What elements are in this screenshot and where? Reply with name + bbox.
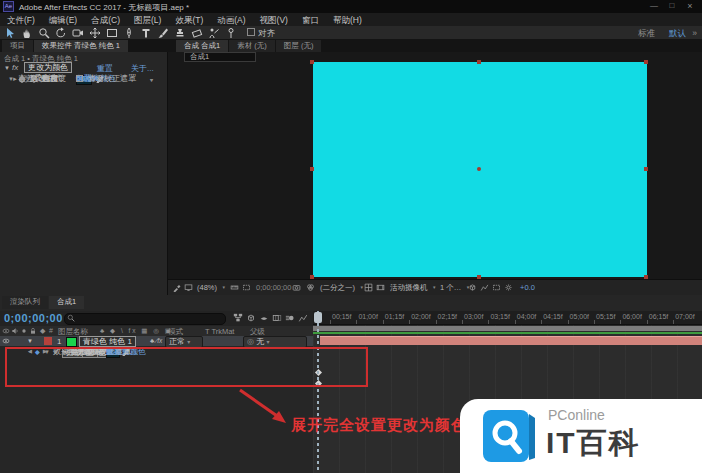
region-of-interest-icon[interactable] [242,283,251,292]
hide-shy-icon[interactable] [259,313,269,323]
shape-tool-icon [106,27,118,39]
time-ruler[interactable]: 00;15f01;00f01;15f02;00f02;15f03;00f03;1… [313,311,702,325]
timeline-row-变换[interactable]: ►变换重置 [0,447,313,457]
layer-duration-bar[interactable] [320,336,702,345]
advanced-3d-icon[interactable] [492,283,501,292]
layer-label-color[interactable] [44,337,52,345]
timeline-graph-icon[interactable] [480,283,489,292]
type-tool[interactable] [138,26,155,40]
cti-handle[interactable] [314,312,322,323]
prev-keyframe-button[interactable]: ◀ [28,348,32,354]
layer-twirl[interactable]: ▼ [27,336,33,346]
watermark-brand: PConline [548,407,605,423]
hand-tool[interactable] [19,26,36,40]
puppet-pin-tool[interactable] [223,26,240,40]
draft-3d-icon[interactable] [246,313,256,323]
timeline-row-柔和度[interactable]: 柔和度50.0% [0,417,313,427]
timeline-row-更改为颜色[interactable]: ▼更改为颜色重置 [0,357,313,367]
selection-handle[interactable] [477,60,481,64]
timeline-row-容差[interactable]: ►容差 [0,407,313,417]
twirl-closed[interactable]: ► [53,349,59,355]
tab-timeline-1[interactable]: 合成1 [49,296,84,309]
effect-about-button[interactable]: 关于... [131,63,154,74]
layer-name[interactable]: 青绿色 纯色 1 [79,336,136,347]
camera-view-select[interactable]: 活动摄像机▾ [390,283,428,293]
workspace-1[interactable]: 默认 [669,28,686,40]
ruler-tick-mark [356,320,357,324]
timeline-row-自[interactable]: ◀◆▶►自 [0,367,313,377]
layer-solid-swatch[interactable] [66,337,77,347]
zoom-tool[interactable] [36,26,53,40]
fast-previews-icon[interactable] [504,283,513,292]
selection-handle[interactable] [310,167,314,171]
comp-mini-flowchart-icon[interactable] [233,313,243,323]
ruler-tick-mark [488,320,489,324]
zoom-level-select[interactable]: (48%)▾ [197,283,217,292]
layer-switches[interactable]: ♣ ∕fx [150,337,162,344]
effect-twirl[interactable]: ▼ [4,63,10,73]
view-correction-matte-checkbox[interactable] [76,75,83,82]
roto-brush-tool[interactable] [206,26,223,40]
current-time-indicator[interactable] [317,311,319,473]
view-layout-select[interactable]: 1 个…▾ [440,283,461,293]
camera-tool[interactable] [70,26,87,40]
transparency-grid-icon[interactable] [376,283,385,292]
effect-name[interactable]: 更改为颜色 [24,62,72,73]
timeline-row-更改[interactable]: 更改色相 [0,387,313,397]
selection-handle[interactable] [310,60,314,64]
viewer-tab-label: 合成1 [185,53,255,61]
composition-canvas[interactable] [313,62,647,277]
resolution-select[interactable]: (二分之一)▾ [320,283,355,293]
pen-tool[interactable] [121,26,138,40]
timeline-row-合成选项[interactable]: ►合成选项+ — [0,437,313,447]
maximize-button[interactable]: □ [664,1,680,10]
pan-behind-tool[interactable] [87,26,104,40]
grid-guides-icon[interactable] [364,283,373,292]
selection-handle[interactable] [644,167,648,171]
show-channel-icon[interactable] [306,283,315,292]
eraser-tool[interactable] [189,26,206,40]
3d-view-icon[interactable] [468,283,477,292]
audio-icon[interactable] [11,327,19,335]
stopwatch-icon[interactable] [18,75,26,83]
rulers-icon[interactable] [230,283,239,292]
next-keyframe-button[interactable]: ▶ [43,348,47,354]
viewer-tab[interactable]: 合成1 [184,52,256,62]
brush-tool[interactable] [155,26,172,40]
timeline-row-查看校正遮罩[interactable]: 查看校正遮罩关 [0,427,313,437]
layer-row[interactable]: ▼ 1 青绿色 纯色 1 ♣ ∕fx 正常 ▾ ◎ 无 ▾ [0,336,313,346]
workspace-overflow[interactable]: » [692,28,697,38]
fx-row-饱和度: ►饱和度50.0% [0,144,168,154]
rotation-tool[interactable] [53,26,70,40]
type-tool-icon [140,27,152,39]
after-effects-window: Ae Adobe After Effects CC 2017 - 无标题项目.a… [0,0,702,473]
monitor-icon[interactable] [184,283,193,292]
tab-timeline-0[interactable]: 渲染队列 [2,296,48,309]
lock-icon[interactable] [29,327,37,335]
selection-tool[interactable] [2,26,19,40]
motion-blur-icon[interactable] [285,313,295,323]
timeline-row-至[interactable]: ◀◆▶►至 [0,377,313,387]
timeline-row-更改方式[interactable]: 更改方式设置为颜色 [0,397,313,407]
close-button[interactable]: × [682,1,698,11]
workspace-0[interactable]: 标准 [638,28,655,40]
puppet-pin-tool-icon [225,27,237,39]
pixel-sampler-icon[interactable] [172,283,181,292]
selection-handle[interactable] [644,60,648,64]
tool-strip [2,26,240,40]
shape-tool[interactable] [104,26,121,40]
eye-icon[interactable] [2,327,10,335]
solo-icon[interactable] [20,327,28,335]
work-area-bar[interactable] [313,326,702,331]
snap-checkbox[interactable] [247,28,255,36]
snapshot-icon[interactable] [292,283,301,292]
layer-eye-icon[interactable] [2,337,10,345]
minimize-button[interactable]: — [646,1,662,10]
property-value[interactable]: 重置 [106,347,122,357]
effect-reset-button[interactable]: 重置 [97,63,113,74]
add-keyframe-button[interactable]: ◆ [35,348,40,355]
graph-editor-icon[interactable] [298,313,308,323]
exposure-value: +0.0 [520,283,535,292]
frame-blend-icon[interactable] [272,313,282,323]
clone-stamp-tool[interactable] [172,26,189,40]
